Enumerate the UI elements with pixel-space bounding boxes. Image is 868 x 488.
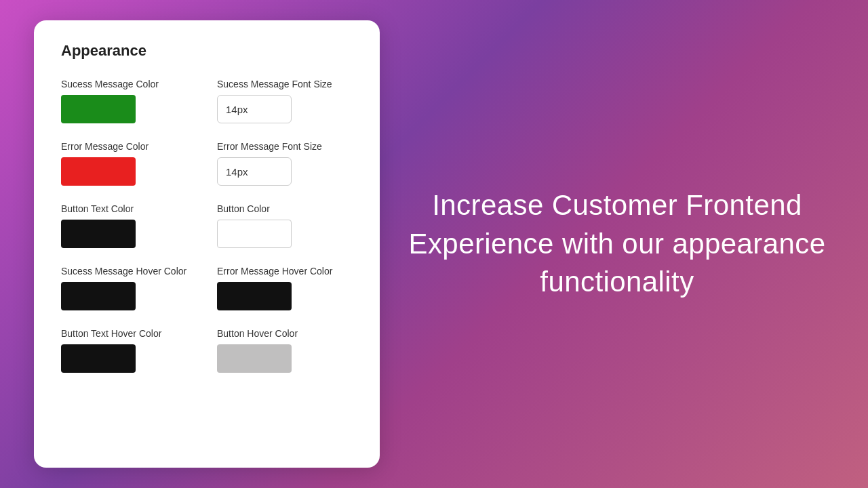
promo-line2: Experience with our appearance: [409, 228, 826, 260]
btn-text-hover-label: Button Text Hover Color: [61, 328, 197, 339]
success-hover-label: Sucess Message Hover Color: [61, 266, 197, 277]
setting-group-success-font: Sucess Message Font Size: [217, 79, 353, 123]
promo-line1: Increase Customer Frontend: [432, 189, 802, 221]
error-color-label: Error Message Color: [61, 141, 197, 152]
btn-text-color-label: Button Text Color: [61, 203, 197, 214]
setting-group-success-hover: Sucess Message Hover Color: [61, 266, 197, 310]
error-hover-label: Error Message Hover Color: [217, 266, 353, 277]
setting-group-error-color: Error Message Color: [61, 141, 197, 186]
btn-color-label: Button Color: [217, 203, 353, 214]
setting-group-btn-text-hover: Button Text Hover Color: [61, 328, 197, 373]
error-hover-swatch[interactable]: [217, 282, 292, 310]
btn-hover-label: Button Hover Color: [217, 328, 353, 339]
btn-text-color-swatch[interactable]: [61, 220, 136, 248]
appearance-panel: Appearance Sucess Message Color Sucess M…: [34, 20, 380, 468]
success-font-size-input[interactable]: [217, 95, 292, 123]
setting-group-error-font: Error Message Font Size: [217, 141, 353, 186]
setting-group-btn-hover: Button Hover Color: [217, 328, 353, 373]
success-color-swatch[interactable]: [61, 95, 136, 123]
error-font-label: Error Message Font Size: [217, 141, 353, 152]
promo-line3: functionality: [540, 266, 694, 298]
btn-hover-swatch[interactable]: [217, 344, 292, 373]
btn-color-swatch[interactable]: [217, 220, 292, 248]
success-color-label: Sucess Message Color: [61, 79, 197, 89]
setting-group-btn-text-color: Button Text Color: [61, 203, 197, 248]
settings-grid: Sucess Message Color Sucess Message Font…: [61, 79, 353, 390]
success-font-label: Sucess Message Font Size: [217, 79, 353, 89]
error-color-swatch[interactable]: [61, 157, 136, 186]
error-font-size-input[interactable]: [217, 157, 292, 186]
panel-title: Appearance: [61, 42, 353, 60]
btn-text-hover-swatch[interactable]: [61, 344, 136, 373]
setting-group-success-color: Sucess Message Color: [61, 79, 197, 123]
setting-group-btn-color: Button Color: [217, 203, 353, 248]
promo-panel: Increase Customer Frontend Experience wi…: [380, 159, 868, 329]
success-hover-swatch[interactable]: [61, 282, 136, 310]
promo-text: Increase Customer Frontend Experience wi…: [409, 186, 826, 302]
setting-group-error-hover: Error Message Hover Color: [217, 266, 353, 310]
